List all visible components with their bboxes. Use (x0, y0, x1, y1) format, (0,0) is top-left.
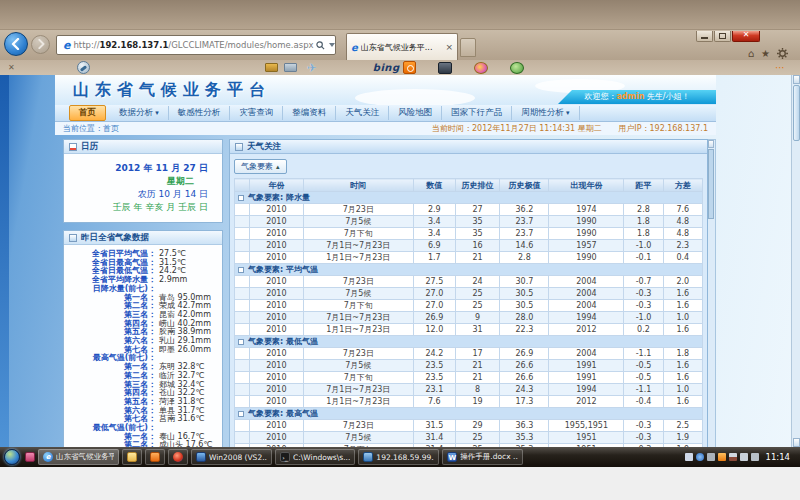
menu-item-7[interactable]: 国家下行产品 (442, 106, 512, 120)
table-group-row[interactable]: 气象要素: 降水量 (235, 192, 703, 204)
table-row[interactable]: 20107月5候31.42535.31951-0.31.9 (235, 432, 703, 444)
table-row[interactable]: 20101月1日~7月23日7.61917.32012-0.41.6 (235, 396, 703, 408)
table-cell: 2010 (249, 300, 303, 312)
taskbar-button-7[interactable]: 操作手册.docx ... (442, 449, 523, 465)
menu-item-8[interactable]: 周期性分析 (512, 106, 579, 120)
bing-logo[interactable]: bing (373, 61, 416, 74)
group-checkbox[interactable] (238, 339, 244, 345)
table-cell: 17.3 (500, 396, 549, 408)
column-header[interactable]: 距平 (624, 179, 663, 192)
address-dropdown-icon[interactable] (329, 43, 335, 47)
settings-gear-icon[interactable] (777, 48, 788, 59)
table-cell: 23.5 (413, 372, 455, 384)
table-group-row[interactable]: 气象要素: 最低气温 (235, 336, 703, 348)
maximize-button[interactable] (714, 31, 731, 42)
home-icon[interactable]: ⌂ (748, 48, 754, 59)
table-row[interactable]: 20107月5候23.52126.61991-0.51.6 (235, 360, 703, 372)
taskbar-button-1[interactable] (122, 449, 142, 465)
menu-item-3[interactable]: 灾害查询 (230, 106, 283, 120)
menu-item-1[interactable]: 数据分析 (110, 106, 169, 120)
column-header[interactable]: 出现年份 (549, 179, 624, 192)
table-row[interactable]: 20107月23日2.92736.219742.87.6 (235, 204, 703, 216)
taskbar-button-2[interactable] (145, 449, 165, 465)
table-row[interactable]: 20107月下旬27.02530.52004-0.31.6 (235, 300, 703, 312)
table-cell: 2010 (249, 420, 303, 432)
table-row[interactable]: 20107月23日27.52430.72004-0.72.0 (235, 276, 703, 288)
element-filter-button[interactable]: 气象要素 (234, 159, 287, 174)
column-header[interactable]: 历史极值 (500, 179, 549, 192)
network-icon[interactable] (740, 453, 748, 461)
browser-tab[interactable]: e 山东省气候业务平... × (346, 33, 458, 60)
table-group-row[interactable]: 气象要素: 平均气温 (235, 264, 703, 276)
pinned-app-icon[interactable] (25, 452, 35, 462)
taskbar-button-3[interactable] (168, 449, 188, 465)
forward-button[interactable] (31, 35, 50, 54)
table-row[interactable]: 20107月5候3.43523.719901.84.8 (235, 216, 703, 228)
column-header[interactable]: 数值 (413, 179, 455, 192)
group-checkbox[interactable] (238, 411, 244, 417)
column-header[interactable]: 年份 (249, 179, 303, 192)
tab-close-icon[interactable]: × (445, 42, 453, 52)
address-bar[interactable]: e http://192.168.137.1/GLCCLIMATE/module… (56, 35, 336, 55)
table-row[interactable]: 20107月1日~7月23日26.9928.01994-1.01.0 (235, 312, 703, 324)
taskbar-button-6[interactable]: 192.168.59.99... (358, 449, 439, 465)
group-checkbox[interactable] (238, 195, 244, 201)
paper-plane-icon[interactable]: ✈ (307, 61, 317, 75)
table-row[interactable]: 20107月下旬3.43523.719901.84.8 (235, 228, 703, 240)
taskbar-clock[interactable]: 11:14 (762, 452, 797, 462)
menu-item-5[interactable]: 天气关注 (336, 106, 389, 120)
scroll-up-icon[interactable] (793, 75, 800, 84)
updates-icon[interactable] (707, 453, 715, 461)
table-group-row[interactable]: 气象要素: 最高气温 (235, 408, 703, 420)
table-row[interactable]: 20107月23日31.52936.31955,1951-0.32.5 (235, 420, 703, 432)
close-button[interactable] (732, 31, 760, 42)
scroll-down-icon[interactable] (793, 438, 800, 447)
table-row[interactable]: 20107月5候27.02530.52004-0.31.6 (235, 288, 703, 300)
start-button[interactable] (4, 449, 20, 465)
taskbar-button-0[interactable]: 山东省气候业务平... (38, 449, 119, 465)
taskbar-button-4[interactable]: Win2008 (VS2... (191, 449, 272, 465)
scrollbar-thumb[interactable] (793, 85, 800, 141)
menu-item-6[interactable]: 风险地图 (389, 106, 442, 120)
security-icon[interactable] (718, 453, 726, 461)
table-row[interactable]: 20101月1日~7月23日1.7212.81990-0.10.4 (235, 252, 703, 264)
search-icon[interactable] (316, 41, 325, 50)
favorites-star-icon[interactable]: ★ (761, 48, 770, 59)
taskbar-button-5[interactable]: C:\Windows\s... (275, 449, 355, 465)
language-indicator-icon[interactable] (685, 453, 693, 461)
group-checkbox[interactable] (238, 267, 244, 273)
scrollbar-thumb[interactable] (708, 149, 714, 219)
toolbar-close-icon[interactable]: ✕ (8, 63, 15, 72)
scroll-up-icon[interactable] (708, 140, 714, 148)
globe-icon[interactable] (510, 62, 524, 74)
minimize-button[interactable] (696, 31, 713, 42)
messenger-icon[interactable] (696, 453, 704, 461)
table-row[interactable]: 20107月23日24.21726.92004-1.11.8 (235, 348, 703, 360)
volume-icon[interactable] (751, 453, 759, 461)
table-row[interactable]: 20107月1日~7月23日23.1824.31994-1.11.0 (235, 384, 703, 396)
menu-item-2[interactable]: 敏感性分析 (169, 106, 231, 120)
menu-item-4[interactable]: 整编资料 (283, 106, 336, 120)
sidebar: 日历 2012 年 11 月 27 日 星期二 农历 10 月 14 日 壬辰 … (63, 139, 223, 447)
column-header[interactable]: 方差 (663, 179, 702, 192)
toolbar-overflow-icon[interactable]: ⋯ (775, 62, 786, 73)
browser-scrollbar[interactable] (791, 75, 800, 447)
menu-item-0[interactable]: 首页 (69, 105, 106, 121)
card-icon-2[interactable] (284, 63, 297, 72)
card-icon[interactable] (265, 63, 278, 72)
toolbar-badge-icon[interactable] (77, 61, 90, 74)
camera-icon[interactable] (438, 62, 452, 74)
back-button[interactable] (4, 32, 28, 56)
table-row[interactable]: 20107月1日~7月23日6.91614.61957-1.02.3 (235, 240, 703, 252)
calendar-panel-title: 日历 (81, 141, 98, 153)
url-text[interactable]: http://192.168.137.1/GLCCLIMATE/modules/… (73, 40, 313, 50)
column-header[interactable]: 时间 (303, 179, 413, 192)
panel-scrollbar[interactable] (708, 139, 716, 447)
table-row[interactable]: 20107月下旬23.52126.61991-0.51.6 (235, 372, 703, 384)
flag-icon[interactable] (729, 453, 737, 461)
table-row[interactable]: 20101月1日~7月23日12.03122.320120.21.6 (235, 324, 703, 336)
column-header[interactable]: 历史排位 (455, 179, 499, 192)
fireworks-icon[interactable] (474, 62, 488, 74)
table-cell: 1月1日~7月23日 (303, 324, 413, 336)
new-tab-button[interactable] (460, 38, 476, 57)
